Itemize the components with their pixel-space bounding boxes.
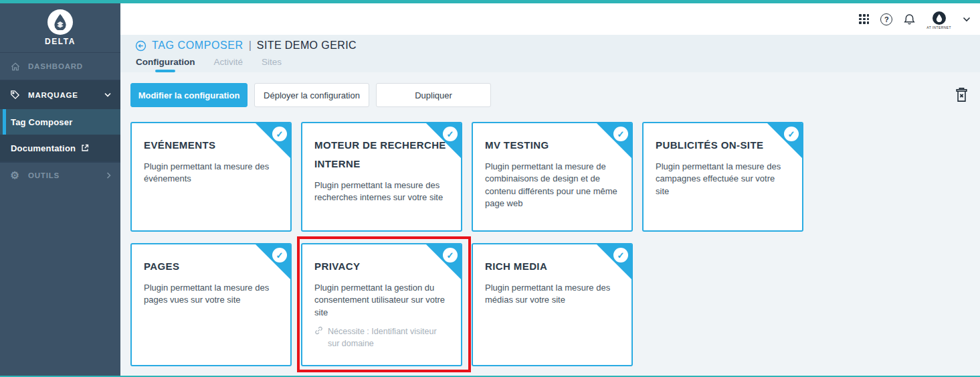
card-description: Plugin permettant la mesure des pages vu… (144, 282, 278, 307)
sidebar-item-label: Tag Composer (11, 117, 72, 127)
sidebar-item-documentation[interactable]: Documentation (0, 135, 120, 161)
breadcrumb-site-name: SITE DEMO GERIC (257, 40, 357, 52)
chevron-down-icon (104, 92, 111, 97)
plugin-card-privacy[interactable]: PRIVACY Plugin permettant la gestion du … (301, 243, 462, 366)
card-description: Plugin permettant la mesure des recherch… (314, 179, 449, 204)
user-menu-caret-icon[interactable] (963, 17, 971, 22)
page-header: TAG COMPOSER | SITE DEMO GERIC Configura… (120, 35, 980, 72)
sidebar-item-tag-composer[interactable]: Tag Composer (0, 109, 120, 135)
card-description: Plugin permettant la mesure des campagne… (656, 161, 790, 198)
check-icon: ✓ (784, 127, 799, 141)
home-icon (9, 62, 21, 72)
check-icon: ✓ (443, 127, 458, 141)
sidebar-item-marquage[interactable]: MARQUAGE (0, 80, 120, 109)
notifications-bell-icon[interactable] (904, 13, 915, 25)
plugin-cards-row-2: PAGES Plugin permettant la mesure des pa… (130, 243, 980, 366)
delta-drop-icon (47, 9, 73, 35)
tag-icon (9, 90, 21, 100)
sidebar-item-label: OUTILS (28, 171, 60, 179)
tab-sites[interactable]: Sites (262, 57, 282, 71)
sidebar-item-outils[interactable]: ⚙ OUTILS (0, 162, 120, 187)
breadcrumb-separator: | (249, 40, 252, 52)
avatar (933, 11, 946, 25)
toolbar: Modifier la configuration Déployer la co… (130, 83, 980, 107)
plugin-card-evenements[interactable]: EVÉNEMENTS Plugin permettant la mesure d… (130, 122, 292, 232)
gear-icon: ⚙ (9, 170, 21, 180)
apps-grid-icon[interactable] (859, 14, 869, 24)
deploy-configuration-button[interactable]: Déployer la configuration (254, 83, 369, 107)
help-icon[interactable]: ? (880, 13, 892, 25)
plugin-cards-row-1: EVÉNEMENTS Plugin permettant la mesure d… (130, 122, 980, 232)
tab-label: Sites (262, 57, 282, 67)
check-icon: ✓ (613, 248, 628, 262)
tab-label: Configuration (136, 57, 195, 67)
check-icon: ✓ (613, 127, 628, 141)
card-description: Plugin permettant la mesure des médias s… (485, 282, 619, 307)
sidebar-nav: DASHBOARD MARQUAGE Tag Composer Document… (0, 52, 120, 187)
link-icon (314, 326, 323, 350)
sidebar-item-label: MARQUAGE (28, 91, 78, 99)
tab-label: Activité (213, 57, 243, 67)
card-description: Plugin permettant la gestion du consente… (314, 282, 449, 319)
tab-activite[interactable]: Activité (213, 57, 243, 71)
plugin-card-rich-media[interactable]: RICH MEDIA Plugin permettant la mesure d… (472, 243, 633, 366)
sidebar-item-label: Documentation (11, 143, 76, 153)
duplicate-button[interactable]: Dupliquer (376, 83, 491, 107)
plugin-card-mv-testing[interactable]: MV TESTING Plugin permettant la mesure d… (472, 122, 633, 232)
breadcrumb-app-title[interactable]: TAG COMPOSER (152, 40, 243, 52)
back-circle-icon[interactable] (135, 40, 146, 52)
top-bar: ? AT INTERNET (120, 3, 980, 35)
active-item-indicator (3, 109, 6, 135)
card-description: Plugin permettant la mesure des événemen… (144, 161, 278, 185)
card-requirement-text: Nécessite : Identifiant visiteur sur dom… (328, 325, 449, 350)
user-menu[interactable]: AT INTERNET (926, 11, 951, 29)
sidebar-group-marquage: MARQUAGE Tag Composer Documentation (0, 80, 120, 162)
external-link-icon (81, 144, 89, 152)
plugin-card-publicites-on-site[interactable]: PUBLICITÉS ON-SITE Plugin permettant la … (642, 122, 803, 232)
breadcrumb: TAG COMPOSER | SITE DEMO GERIC (120, 35, 980, 52)
plugin-card-moteur-de-recherche-interne[interactable]: MOTEUR DE RECHERCHE INTERNE Plugin perme… (301, 122, 462, 232)
user-caption: AT INTERNET (926, 25, 951, 29)
brand-name: DELTA (45, 37, 76, 46)
trash-icon (955, 87, 969, 104)
delete-configuration-button[interactable] (955, 87, 969, 104)
modify-configuration-button[interactable]: Modifier la configuration (130, 83, 248, 107)
brand-logo[interactable]: DELTA (0, 3, 120, 52)
sidebar-item-label: DASHBOARD (28, 62, 83, 70)
top-accent-bar (0, 0, 980, 3)
plugin-card-pages[interactable]: PAGES Plugin permettant la mesure des pa… (130, 243, 292, 366)
chevron-right-icon (106, 172, 111, 179)
topbar-icons: ? AT INTERNET (859, 9, 971, 29)
check-icon: ✓ (272, 248, 287, 262)
check-icon: ✓ (272, 127, 287, 141)
privacy-card-wrapper: PRIVACY Plugin permettant la gestion du … (301, 243, 462, 366)
main-content: Modifier la configuration Déployer la co… (120, 72, 980, 377)
tab-configuration[interactable]: Configuration (136, 57, 195, 71)
card-description: Plugin permettant la mesure de combinais… (485, 161, 619, 210)
card-requirement: Nécessite : Identifiant visiteur sur dom… (314, 325, 449, 350)
sidebar-item-dashboard[interactable]: DASHBOARD (0, 52, 120, 80)
check-icon: ✓ (443, 248, 458, 262)
sidebar: DELTA DASHBOARD MARQUAGE Tag Composer (0, 3, 120, 377)
tab-bar: Configuration Activité Sites (120, 57, 980, 71)
